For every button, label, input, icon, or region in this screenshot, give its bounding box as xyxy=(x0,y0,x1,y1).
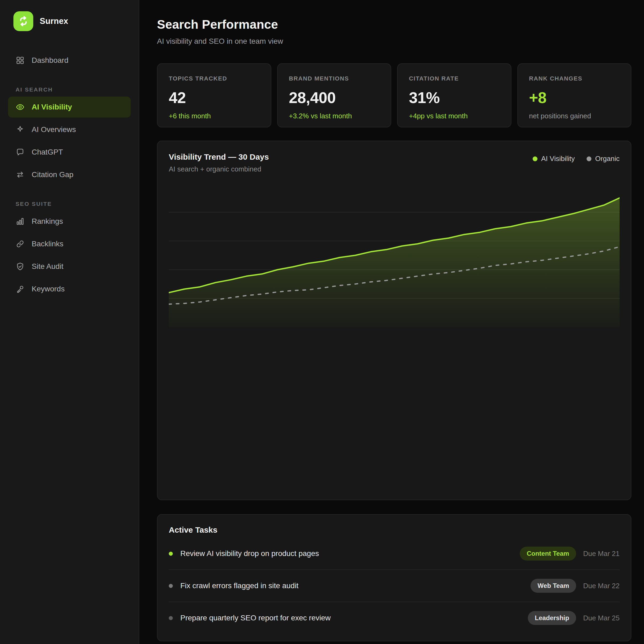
page-subtitle: AI visibility and SEO in one team view xyxy=(157,37,631,46)
task-due-date: Due Mar 25 xyxy=(583,614,620,622)
brand[interactable]: Surnex xyxy=(13,11,139,31)
sidebar-item-label: Citation Gap xyxy=(32,170,74,179)
bar-chart-icon xyxy=(16,217,25,226)
sidebar-item-label: Dashboard xyxy=(32,56,68,65)
sidebar-item-citation-gap[interactable]: Citation Gap xyxy=(8,164,131,185)
task-status-dot xyxy=(169,584,173,588)
legend-label: Organic xyxy=(595,155,620,163)
chart-subtitle: AI search + organic combined xyxy=(169,165,269,173)
active-tasks-title: Active Tasks xyxy=(169,525,620,535)
sidebar-item-ai-visibility[interactable]: AI Visibility xyxy=(8,97,131,118)
sidebar-item-label: ChatGPT xyxy=(32,148,63,156)
sidebar-item-label: Keywords xyxy=(32,285,65,293)
chart-title: Visibility Trend — 30 Days xyxy=(169,152,269,162)
app-root: Surnex Dashboard AI SEARCH AI Visibility xyxy=(0,0,644,644)
stat-delta: +3.2% vs last month xyxy=(289,112,380,120)
task-badge: Content Team xyxy=(520,547,576,561)
sidebar-item-ai-overviews[interactable]: AI Overviews xyxy=(8,119,131,140)
task-meta: Content Team Due Mar 21 xyxy=(520,547,620,561)
stat-value: 28,400 xyxy=(289,89,380,107)
task-badge: Web Team xyxy=(530,579,576,593)
stat-delta: net positions gained xyxy=(529,112,620,120)
stat-label: RANK CHANGES xyxy=(529,75,620,82)
brand-name: Surnex xyxy=(40,16,68,26)
stat-value: +8 xyxy=(529,89,620,107)
stat-cards-row: TOPICS TRACKED 42 +6 this month BRAND ME… xyxy=(157,63,631,127)
sidebar-item-label: AI Overviews xyxy=(32,125,76,134)
eye-icon xyxy=(16,103,25,112)
sidebar-item-label: Backlinks xyxy=(32,240,63,248)
brand-logo xyxy=(13,11,33,31)
task-text: Fix crawl errors flagged in site audit xyxy=(180,581,298,590)
stat-card-topics-tracked: TOPICS TRACKED 42 +6 this month xyxy=(157,63,271,127)
chart-titles: Visibility Trend — 30 Days AI search + o… xyxy=(169,152,269,173)
sidebar-item-label: Site Audit xyxy=(32,262,63,271)
chart-legend: AI Visibility Organic xyxy=(533,155,620,163)
legend-label: AI Visibility xyxy=(541,155,575,163)
stat-value: 31% xyxy=(409,89,500,107)
sidebar-item-keywords[interactable]: Keywords xyxy=(8,279,131,299)
task-status-dot xyxy=(169,552,173,556)
sparkle-icon xyxy=(16,125,25,134)
key-icon xyxy=(16,284,25,294)
link-icon xyxy=(16,239,25,248)
chart-header: Visibility Trend — 30 Days AI search + o… xyxy=(169,152,620,173)
task-badge: Leadership xyxy=(528,611,576,625)
task-due-date: Due Mar 21 xyxy=(583,550,620,558)
task-row[interactable]: Review AI visibility drop on product pag… xyxy=(169,538,620,569)
sidebar-item-chatgpt[interactable]: ChatGPT xyxy=(8,142,131,163)
sidebar-section-ai-search: AI SEARCH xyxy=(16,86,139,93)
active-tasks-card: Active Tasks Review AI visibility drop o… xyxy=(157,514,631,641)
visibility-trend-chart xyxy=(169,184,620,327)
main-content: Search Performance AI visibility and SEO… xyxy=(139,0,644,644)
task-meta: Leadership Due Mar 25 xyxy=(528,611,620,625)
legend-item-organic[interactable]: Organic xyxy=(587,155,620,163)
task-status-dot xyxy=(169,616,173,620)
shield-check-icon xyxy=(16,262,25,271)
sidebar-item-label: Rankings xyxy=(32,217,63,226)
task-meta: Web Team Due Mar 22 xyxy=(530,579,620,593)
stat-label: CITATION RATE xyxy=(409,75,500,82)
task-row[interactable]: Fix crawl errors flagged in site audit W… xyxy=(169,569,620,602)
chat-bubble-icon xyxy=(16,148,25,157)
stat-label: TOPICS TRACKED xyxy=(169,75,259,82)
stat-delta: +6 this month xyxy=(169,112,259,120)
task-text: Review AI visibility drop on product pag… xyxy=(180,549,319,558)
sidebar-item-rankings[interactable]: Rankings xyxy=(8,211,131,232)
legend-dot xyxy=(533,156,537,161)
stat-value: 42 xyxy=(169,89,259,107)
sidebar-item-dashboard[interactable]: Dashboard xyxy=(8,50,131,71)
task-due-date: Due Mar 22 xyxy=(583,582,620,590)
sidebar-section-seo-suite: SEO SUITE xyxy=(16,201,139,207)
sidebar-item-label: AI Visibility xyxy=(32,103,72,111)
stat-card-rank-changes: RANK CHANGES +8 net positions gained xyxy=(517,63,632,127)
stat-card-brand-mentions: BRAND MENTIONS 28,400 +3.2% vs last mont… xyxy=(277,63,391,127)
legend-dot xyxy=(587,156,591,161)
swap-arrows-icon xyxy=(16,170,25,179)
page-title: Search Performance xyxy=(157,17,631,32)
stat-delta: +4pp vs last month xyxy=(409,112,500,120)
sidebar-item-backlinks[interactable]: Backlinks xyxy=(8,233,131,254)
sidebar: Surnex Dashboard AI SEARCH AI Visibility xyxy=(0,0,139,644)
task-text: Prepare quarterly SEO report for exec re… xyxy=(180,614,331,622)
grid-icon xyxy=(16,56,25,65)
legend-item-ai-visibility[interactable]: AI Visibility xyxy=(533,155,575,163)
stat-label: BRAND MENTIONS xyxy=(289,75,380,82)
sidebar-item-site-audit[interactable]: Site Audit xyxy=(8,256,131,277)
task-row[interactable]: Prepare quarterly SEO report for exec re… xyxy=(169,602,620,634)
visibility-trend-card: Visibility Trend — 30 Days AI search + o… xyxy=(157,141,631,500)
swap-logo-icon xyxy=(17,15,29,27)
stat-card-citation-rate: CITATION RATE 31% +4pp vs last month xyxy=(397,63,511,127)
